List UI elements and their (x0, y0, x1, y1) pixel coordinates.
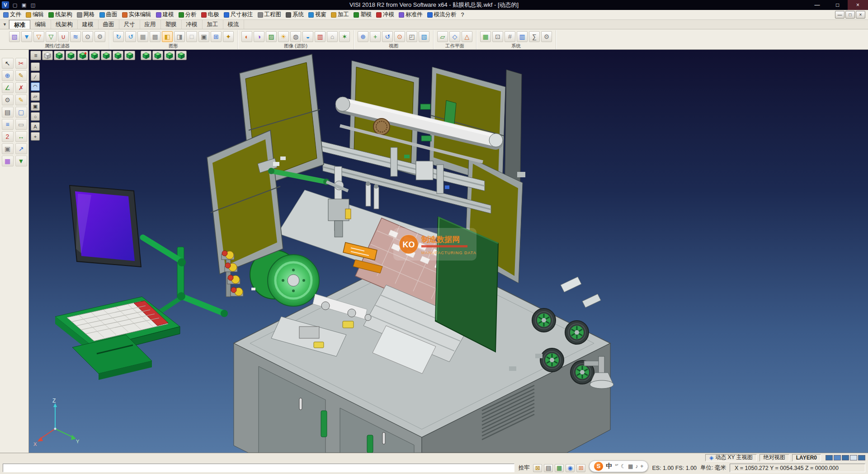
rendered-icon[interactable]: ◨ (174, 31, 185, 42)
color-grid-icon[interactable]: ▦ (480, 31, 491, 42)
lock-icon[interactable]: ⊠ (533, 464, 542, 472)
section-icon[interactable]: ▥ (315, 31, 326, 42)
open-file-icon[interactable]: ▣ (20, 1, 28, 9)
palette-icon[interactable]: ▦ (555, 464, 564, 472)
mdi-close-button[interactable]: × (856, 11, 865, 19)
note-tool[interactable]: ▭ (15, 119, 27, 130)
sogou-logo-icon[interactable]: S (594, 462, 603, 471)
zoom-window-icon[interactable]: ⊙ (394, 31, 405, 42)
color-swatch-4[interactable] (858, 455, 865, 460)
pencil-tool[interactable]: ✎ (15, 95, 27, 105)
refresh-icon[interactable]: ↻ (113, 31, 124, 42)
properties-icon[interactable]: ▧ (9, 31, 20, 42)
menu-item-模流分析[interactable]: 模流分析 (425, 10, 459, 19)
workplane-xy-icon[interactable]: ▱ (437, 31, 448, 42)
menu-item-建模[interactable]: 建模 (154, 10, 176, 19)
transparency-icon[interactable]: ◒ (302, 31, 313, 42)
color-swatch-1[interactable] (834, 455, 841, 460)
options-icon[interactable]: ⚙ (541, 31, 552, 42)
tab-线架构[interactable]: 线架构 (51, 20, 78, 29)
angle-tool[interactable]: ∠ (2, 82, 14, 93)
filter-orange-icon[interactable]: ▽ (33, 31, 44, 42)
magnet-icon[interactable]: ∪ (58, 31, 69, 42)
toolbox-icon[interactable]: + (640, 463, 643, 469)
tab-dropdown-button[interactable]: ▼ (1, 20, 9, 29)
filter-lines[interactable]: ∕ (31, 72, 40, 81)
document-tool[interactable]: ▢ (15, 107, 27, 118)
view-mode-cell[interactable]: ◈ 动态 XY 主视图 (705, 454, 757, 461)
workplane-face-icon[interactable]: ◇ (449, 31, 460, 42)
mdi-restore-button[interactable]: □ (845, 11, 855, 19)
filter-text[interactable]: A (31, 122, 40, 131)
command-input-field[interactable] (3, 464, 514, 472)
calc-icon[interactable]: ∑ (529, 31, 540, 42)
view-front[interactable] (101, 51, 112, 60)
menu-item-曲面[interactable]: 曲面 (97, 10, 120, 19)
shadow-icon[interactable]: ◍ (290, 31, 301, 42)
tab-加工[interactable]: 加工 (203, 20, 223, 29)
tab-曲面[interactable]: 曲面 (99, 20, 119, 29)
grid-view-icon[interactable]: ⊞ (211, 31, 222, 42)
tab-冲模[interactable]: 冲模 (182, 20, 203, 29)
render-icon[interactable]: ◐ (241, 31, 252, 42)
filter-all[interactable]: + (31, 132, 40, 141)
view-iso-nw[interactable] (89, 51, 100, 60)
tab-应用[interactable]: 应用 (140, 20, 161, 29)
menu-item-加工[interactable]: 加工 (329, 10, 351, 19)
tab-标准[interactable]: 标准 (9, 20, 30, 29)
print-tool[interactable]: ▤ (2, 107, 14, 118)
effects-icon[interactable]: ✶ (339, 31, 350, 42)
grid-icon[interactable]: ⊞ (576, 464, 585, 472)
select-tool[interactable]: ↖ (2, 58, 14, 69)
hidden-line-icon[interactable]: ▩ (150, 31, 160, 42)
tab-建模[interactable]: 建模 (78, 20, 99, 29)
menu-item-电极[interactable]: 电极 (199, 10, 222, 19)
view-right[interactable] (124, 51, 135, 60)
named-views-icon[interactable]: ▧ (419, 31, 429, 42)
ime-punct-indicator[interactable]: °′ (615, 463, 618, 469)
workplane-3pt-icon[interactable]: △ (462, 31, 472, 42)
tab-尺寸[interactable]: 尺寸 (119, 20, 140, 29)
filter-solids[interactable]: ▣ (31, 102, 40, 111)
pan-icon[interactable]: + (370, 31, 381, 42)
view-iso-sw[interactable] (54, 51, 65, 60)
view-iso-ne[interactable] (77, 51, 88, 60)
menu-item-分析[interactable]: 分析 (176, 10, 199, 19)
display-list-icon[interactable]: ≡ (30, 51, 41, 60)
sketch-tool[interactable]: ✎ (15, 70, 27, 81)
materials-icon[interactable]: ◑ (254, 31, 264, 42)
ghost-icon[interactable]: □ (186, 31, 197, 42)
filter-points[interactable]: · (31, 62, 40, 71)
menu-item-视窗[interactable]: 视窗 (306, 10, 329, 19)
menu-item-实体编辑[interactable]: 实体编辑 (120, 10, 154, 19)
mic-icon[interactable]: ♪ (635, 463, 638, 469)
view-back[interactable] (152, 51, 163, 60)
view-bottom[interactable] (164, 51, 175, 60)
user-icon[interactable]: ◉ (566, 464, 575, 472)
save-file-icon[interactable]: ◫ (29, 1, 37, 9)
view-cube-shaded[interactable] (42, 51, 53, 60)
moon-icon[interactable]: ☾ (621, 463, 626, 469)
maximize-button[interactable]: □ (827, 0, 848, 10)
menu-item-线架构[interactable]: 线架构 (46, 10, 75, 19)
filter-circles[interactable]: ○ (31, 112, 40, 121)
grid-snap-icon[interactable]: # (505, 31, 515, 42)
settings-tool[interactable]: ⚙ (2, 95, 14, 105)
layers-tool[interactable]: ≡ (2, 119, 14, 130)
menu-item-塑模[interactable]: 塑模 (351, 10, 374, 19)
mdi-minimize-button[interactable]: — (835, 11, 844, 19)
select-filter-icon[interactable]: ⊙ (82, 31, 93, 42)
filter-settings-icon[interactable]: ⚙ (94, 31, 105, 42)
export-tool[interactable]: ▼ (15, 156, 27, 166)
tab-塑膜[interactable]: 塑膜 (161, 20, 182, 29)
menu-item-工程图[interactable]: 工程图 (255, 10, 284, 19)
view-reference-cell[interactable]: 绝对视图 (760, 454, 789, 461)
snapshot-icon[interactable]: ✦ (223, 31, 234, 42)
database-icon[interactable]: ▥ (517, 31, 528, 42)
shaded-icon[interactable]: ◧ (162, 31, 173, 42)
tab-模流[interactable]: 模流 (223, 20, 244, 29)
tab-编辑[interactable]: 编辑 (30, 20, 51, 29)
filter-surfaces[interactable]: ▱ (31, 92, 40, 101)
redraw-icon[interactable]: ↺ (125, 31, 136, 42)
rotate-view-icon[interactable]: ↺ (382, 31, 393, 42)
